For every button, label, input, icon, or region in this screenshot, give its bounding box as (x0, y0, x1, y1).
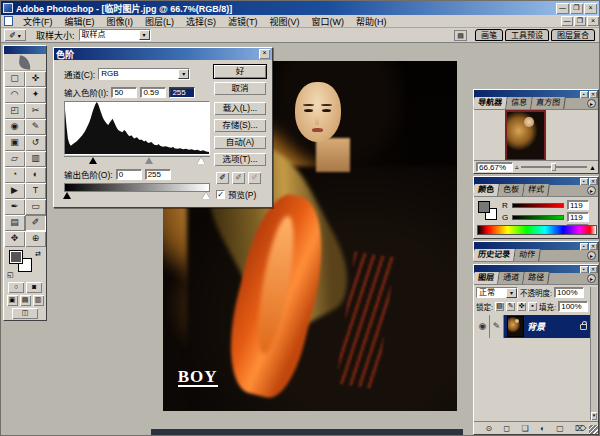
channel-dropdown[interactable]: RGB ▾ (98, 68, 190, 80)
tab-actions[interactable]: 动作 (514, 249, 541, 261)
tab-info[interactable]: 信息 (506, 97, 533, 109)
eyedropper-tool[interactable]: ✐ (25, 215, 46, 231)
type-tool[interactable]: T (25, 183, 46, 199)
shape-tool[interactable]: ▭ (25, 199, 46, 215)
palette-minimize-icon[interactable]: ▪ (580, 178, 588, 185)
tab-layer-comps[interactable]: 图层复合 (551, 29, 595, 41)
menu-filter[interactable]: 滤镜(T) (222, 15, 264, 28)
preview-checkbox[interactable]: ✓ (216, 190, 225, 199)
dodge-tool[interactable]: ◐ (25, 167, 46, 183)
menu-window[interactable]: 窗口(W) (306, 15, 351, 28)
foreground-color-swatch[interactable] (9, 250, 23, 264)
toolbox-drag-handle[interactable] (4, 46, 46, 54)
adjustment-layer-icon[interactable]: ◐ (540, 424, 545, 433)
opacity-field[interactable]: 100% (554, 287, 584, 298)
active-tool-button[interactable]: ✐ ▾ (4, 29, 26, 41)
menu-image[interactable]: 图像(I) (101, 15, 140, 28)
tab-history[interactable]: 历史记录 (473, 249, 516, 261)
palette-close-icon[interactable]: ✕ (589, 91, 597, 98)
doc-close-button[interactable]: × (587, 16, 599, 26)
layer-thumbnail[interactable] (507, 316, 524, 337)
palette-menu-icon[interactable]: ▸ (587, 186, 596, 195)
white-point-eyedropper-icon[interactable]: ✐ (248, 172, 261, 184)
output-white-slider[interactable] (202, 192, 210, 199)
tab-navigator[interactable]: 导航器 (473, 97, 508, 109)
menu-layer[interactable]: 图层(L) (139, 15, 180, 28)
restore-button[interactable]: ❐ (570, 3, 583, 14)
palette-close-icon[interactable]: ✕ (589, 266, 597, 273)
cancel-button[interactable]: 取消 (214, 82, 266, 95)
palette-minimize-icon[interactable]: ▪ (580, 266, 588, 273)
output-black-field[interactable]: 0 (116, 169, 142, 180)
hand-tool[interactable]: ✥ (4, 231, 25, 247)
lasso-tool[interactable]: ◠ (4, 87, 25, 103)
navigator-thumbnail[interactable] (507, 112, 544, 159)
history-brush-tool[interactable]: ↺ (25, 135, 46, 151)
red-slider[interactable] (512, 203, 564, 208)
default-colors-icon[interactable]: ◱ (7, 271, 14, 279)
tab-brushes[interactable]: 画笔 (475, 29, 503, 41)
ok-button[interactable]: 好 (214, 65, 266, 78)
menu-view[interactable]: 视图(V) (264, 15, 306, 28)
fullscreen-menubar-button[interactable]: ▤ (20, 295, 31, 306)
blur-tool[interactable]: ◔ (4, 167, 25, 183)
green-value-field[interactable]: 119 (567, 212, 589, 222)
pen-tool[interactable]: ✒ (4, 199, 25, 215)
lock-transparency-icon[interactable]: ▨ (495, 302, 504, 311)
input-gamma-field[interactable]: 0.59 (140, 87, 166, 98)
menu-file[interactable]: 文件(F) (17, 15, 59, 28)
layer-mask-icon[interactable]: ◻ (503, 424, 510, 433)
fill-field[interactable]: 100% (558, 301, 588, 312)
zoom-tool[interactable]: ⊕ (25, 231, 46, 247)
doc-restore-button[interactable]: ❐ (574, 16, 586, 26)
layer-row-background[interactable]: ◉ ✎ 背景 (476, 315, 591, 338)
palette-menu-icon[interactable]: ▸ (587, 251, 596, 260)
auto-button[interactable]: 自动(A) (214, 136, 266, 149)
quick-mask-button[interactable]: ◙ (26, 282, 42, 293)
levels-dialog-titlebar[interactable]: 色阶 × (54, 48, 272, 60)
palette-close-icon[interactable]: ✕ (589, 243, 597, 250)
switch-colors-icon[interactable]: ⇄ (35, 250, 41, 258)
input-white-field[interactable]: 255 (169, 87, 195, 98)
layer-visibility-eye-icon[interactable]: ◉ (476, 315, 490, 338)
tab-layers[interactable]: 图层 (473, 272, 500, 284)
file-icon[interactable]: ▤ (454, 30, 467, 41)
palette-minimize-icon[interactable]: ▪ (580, 91, 588, 98)
brush-tool[interactable]: ✎ (25, 119, 46, 135)
scroll-down-icon[interactable]: ▾ (591, 412, 597, 420)
slider-thumb[interactable] (551, 163, 556, 171)
document-icon[interactable] (4, 16, 13, 26)
black-point-eyedropper-icon[interactable]: ✐ (216, 172, 229, 184)
palette-menu-icon[interactable]: ▸ (587, 99, 596, 108)
layer-group-icon[interactable]: ❏ (522, 424, 529, 433)
red-value-field[interactable]: 119 (567, 200, 589, 210)
levels-close-icon[interactable]: × (259, 49, 270, 59)
tab-paths[interactable]: 路径 (523, 272, 550, 284)
gradient-tool[interactable]: ▥ (25, 151, 46, 167)
palette-menu-icon[interactable]: ▸ (587, 274, 596, 283)
lock-position-icon[interactable]: ✜ (517, 302, 526, 311)
gray-point-eyedropper-icon[interactable]: ✐ (232, 172, 245, 184)
output-white-field[interactable]: 255 (145, 169, 171, 180)
input-gamma-slider[interactable] (145, 157, 153, 164)
palette-minimize-icon[interactable]: ▪ (580, 243, 588, 250)
lock-pixels-icon[interactable]: ✎ (506, 302, 515, 311)
tab-swatches[interactable]: 色板 (498, 184, 525, 196)
slice-tool[interactable]: ✂ (25, 103, 46, 119)
new-layer-icon[interactable]: ▢ (556, 424, 564, 433)
fullscreen-button[interactable]: ▥ (33, 295, 44, 306)
layer-style-icon[interactable]: ⊙ (485, 424, 492, 433)
menu-select[interactable]: 选择(S) (180, 15, 222, 28)
blend-mode-dropdown[interactable]: 正常 ▾ (476, 287, 518, 298)
palette-close-icon[interactable]: ✕ (589, 178, 597, 185)
output-black-slider[interactable] (63, 192, 71, 199)
resize-grip[interactable] (589, 425, 598, 434)
magic-wand-tool[interactable]: ✦ (25, 87, 46, 103)
tab-channels[interactable]: 通道 (498, 272, 525, 284)
delete-layer-icon[interactable]: ⌦ (575, 424, 586, 433)
close-button[interactable]: × (584, 3, 597, 14)
tab-color[interactable]: 颜色 (473, 184, 500, 196)
crop-tool[interactable]: ◰ (4, 103, 25, 119)
layers-scrollbar[interactable]: ▾ (590, 287, 597, 420)
tab-histogram[interactable]: 直方图 (531, 97, 566, 109)
